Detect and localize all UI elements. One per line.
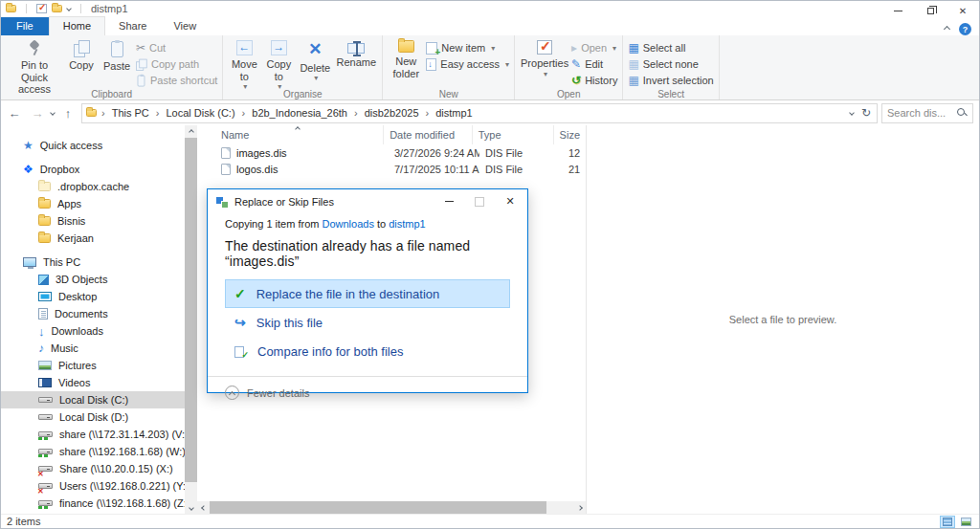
sidebar-scrollbar[interactable] — [185, 125, 197, 514]
replace-file-option[interactable]: Replace the file in the destination — [225, 279, 510, 308]
compare-files-icon — [234, 344, 247, 358]
scrollbar-thumb[interactable] — [210, 501, 546, 514]
sidebar-item-documents[interactable]: Documents — [1, 305, 185, 322]
file-list-horizontal-scrollbar[interactable] — [197, 501, 586, 514]
sidebar-item-local-disk-d[interactable]: Local Disk (D:) — [1, 408, 185, 426]
breadcrumb-item-distmp1[interactable]: distmp1 — [434, 107, 475, 119]
move-to-button[interactable]: Move to — [228, 38, 260, 88]
breadcrumb-item-this-pc[interactable]: This PC — [110, 107, 151, 119]
file-row-logos[interactable]: logos.dis 7/17/2025 10:11 AM DIS File 21 — [197, 161, 586, 177]
sidebar-item-desktop[interactable]: Desktop — [1, 288, 185, 305]
address-dropdown-chevron-icon[interactable] — [849, 110, 855, 116]
up-button[interactable] — [58, 103, 78, 122]
breadcrumb-item-disb2b2025[interactable]: disb2b2025 — [363, 107, 421, 119]
copy-to-button[interactable]: Copy to — [262, 38, 295, 88]
scroll-up-icon[interactable] — [189, 129, 194, 135]
history-button[interactable]: History — [571, 73, 617, 88]
column-header-date-modified[interactable]: Date modified — [384, 125, 473, 144]
paste-shortcut-button[interactable]: Paste shortcut — [136, 73, 217, 88]
sidebar-item-kerjaan[interactable]: Kerjaan — [1, 230, 185, 247]
open-button[interactable]: Open — [571, 40, 617, 55]
sidebar-item-pictures[interactable]: Pictures — [1, 357, 185, 374]
disconnected-network-drive-icon — [38, 483, 53, 489]
sidebar-item-users-y[interactable]: Users (\\192.168.0.221) (Y:) — [1, 477, 185, 495]
sidebar-item-share-v[interactable]: share (\\172.31.14.203) (V:) — [1, 426, 185, 443]
sidebar-item-dropbox[interactable]: Dropbox — [1, 161, 185, 178]
qat-customize-chevron-icon[interactable] — [66, 6, 72, 11]
sidebar-item-this-pc[interactable]: This PC — [1, 253, 185, 271]
search-input[interactable]: Search dis... — [881, 103, 973, 123]
sidebar-item-share-w[interactable]: share (\\192.168.1.68) (W:) — [1, 443, 185, 460]
details-view-button[interactable] — [940, 516, 955, 528]
disconnected-network-drive-icon — [38, 466, 53, 472]
pin-to-quick-access-button[interactable]: Pin to Quick access — [6, 38, 63, 88]
copy-status-line: Copying 1 item from Downloads to distmp1 — [225, 218, 510, 230]
sidebar-item-local-disk-c[interactable]: Local Disk (C:) — [1, 391, 185, 408]
ribbon-group-select: Select all Select none Invert selection … — [623, 35, 719, 99]
search-placeholder: Search dis... — [887, 107, 953, 119]
new-item-button[interactable]: New item — [426, 40, 509, 55]
easy-access-button[interactable]: Easy access — [426, 56, 509, 72]
breadcrumb-item-b2b-indonesia[interactable]: b2b_Indonesia_26th — [250, 107, 349, 119]
properties-button[interactable]: Properties — [520, 38, 569, 88]
thumbnail-view-button[interactable] — [958, 516, 973, 528]
sidebar-item-share-x[interactable]: Share (\\10.20.0.15) (X:) — [1, 460, 185, 477]
sidebar-item-videos[interactable]: Videos — [1, 374, 185, 391]
select-all-button[interactable]: Select all — [628, 40, 713, 55]
invert-selection-icon — [628, 75, 638, 86]
invert-selection-button[interactable]: Invert selection — [628, 73, 713, 88]
new-folder-button[interactable]: New folder — [388, 38, 424, 88]
scroll-left-icon[interactable] — [201, 505, 207, 511]
breadcrumb[interactable]: This PC Local Disk (C:) b2b_Indonesia_26… — [81, 103, 878, 123]
cut-button[interactable]: Cut — [136, 40, 217, 55]
group-label-clipboard: Clipboard — [1, 89, 222, 99]
column-header-name[interactable]: Name — [215, 125, 384, 144]
copy-path-button[interactable]: Copy path — [136, 56, 217, 72]
qat-properties-icon[interactable] — [36, 4, 47, 13]
tab-share[interactable]: Share — [105, 17, 160, 35]
scroll-right-icon[interactable] — [577, 505, 583, 511]
this-pc-icon — [23, 257, 36, 267]
destination-folder-link[interactable]: distmp1 — [389, 218, 426, 230]
copy-icon — [74, 40, 89, 56]
source-folder-link[interactable]: Downloads — [322, 218, 373, 230]
refresh-icon[interactable] — [861, 106, 871, 120]
rename-button[interactable]: Rename — [335, 38, 377, 88]
scroll-down-icon[interactable] — [189, 505, 194, 511]
fewer-details-toggle[interactable]: Fewer details — [208, 376, 527, 400]
back-button[interactable] — [5, 103, 24, 122]
column-header-type[interactable]: Type — [473, 125, 554, 144]
sidebar-item-dropbox-cache[interactable]: .dropbox.cache — [1, 178, 185, 195]
skip-file-option[interactable]: Skip this file — [225, 308, 510, 337]
sidebar-item-3d-objects[interactable]: 3D Objects — [1, 271, 185, 288]
preview-message: Select a file to preview. — [729, 314, 837, 325]
new-item-icon — [426, 42, 437, 55]
breadcrumb-item-local-disk-c[interactable]: Local Disk (C:) — [164, 107, 236, 119]
file-row-images[interactable]: images.dis 3/27/2026 9:24 AM DIS File 12 — [197, 144, 586, 161]
sidebar-item-music[interactable]: Music — [1, 340, 185, 357]
tab-view[interactable]: View — [160, 17, 210, 35]
tab-file[interactable]: File — [1, 17, 49, 35]
sidebar-item-downloads[interactable]: Downloads — [1, 322, 185, 340]
dialog-close-button[interactable] — [495, 191, 525, 212]
forward-button[interactable] — [28, 103, 47, 122]
sidebar-item-apps[interactable]: Apps — [1, 195, 185, 212]
select-none-button[interactable]: Select none — [628, 56, 713, 72]
sidebar-item-bisnis[interactable]: Bisnis — [1, 212, 185, 230]
dialog-minimize-button[interactable] — [434, 191, 464, 212]
column-header-size[interactable]: Size — [554, 125, 586, 144]
delete-button[interactable]: Delete — [297, 38, 333, 88]
qat-new-folder-icon[interactable] — [52, 5, 62, 12]
sidebar-item-quick-access[interactable]: Quick access — [1, 137, 185, 154]
scrollbar-thumb[interactable] — [185, 138, 197, 482]
help-icon[interactable] — [959, 23, 971, 35]
navigation-pane: Quick access Dropbox .dropbox.cache Apps… — [1, 125, 185, 514]
minimize-ribbon-icon[interactable] — [944, 26, 950, 33]
edit-button[interactable]: Edit — [571, 56, 617, 72]
tab-home[interactable]: Home — [49, 16, 105, 35]
recent-locations-chevron-icon[interactable] — [50, 110, 56, 116]
sidebar-item-finance-z[interactable]: finance (\\192.168.1.68) (Z:) — [1, 495, 185, 512]
paste-button[interactable]: Paste — [100, 38, 134, 88]
copy-button[interactable]: Copy — [65, 38, 98, 88]
compare-files-option[interactable]: Compare info for both files — [225, 337, 510, 365]
